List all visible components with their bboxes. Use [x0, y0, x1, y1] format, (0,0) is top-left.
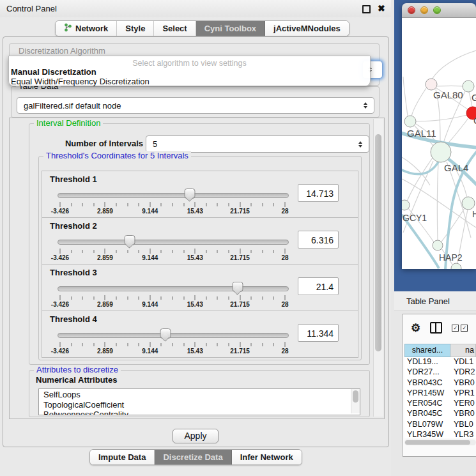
attribute-item[interactable]: SelfLoops — [43, 390, 360, 400]
tab-label: Style — [125, 24, 145, 33]
threshold-value-field[interactable]: 11.344 — [298, 324, 339, 342]
threshold-value-field[interactable]: 21.4 — [298, 277, 339, 295]
gear-icon[interactable]: ⚙ — [411, 323, 420, 334]
table-row[interactable]: YPR145W YPR1 — [404, 388, 476, 399]
network-edge[interactable] — [441, 208, 464, 242]
close-icon[interactable]: ✖ — [378, 3, 385, 13]
combo-value: 5 — [146, 139, 357, 149]
slider-tick-labels: -3.4262.8599.14415.4321.71528 — [60, 301, 285, 308]
cyni-mode-tabs: Impute DataDiscretize DataInfer Network — [89, 449, 302, 465]
network-edge[interactable] — [447, 118, 468, 145]
slider-track[interactable] — [58, 286, 289, 291]
slider-handle[interactable] — [185, 188, 196, 199]
threshold-slider[interactable]: -3.4262.8599.14415.4321.71528 — [58, 188, 288, 215]
combo-arrows-icon — [362, 102, 368, 109]
slider-ticks — [60, 249, 285, 254]
table-row[interactable]: YBR045C YBR0 — [404, 409, 476, 419]
table-row[interactable]: YBR043C YBR0 — [404, 378, 476, 388]
select-columns-icons[interactable]: ✓ ✓ — [452, 325, 468, 332]
zoom-traffic-light-icon[interactable] — [433, 6, 441, 14]
num-intervals-combobox[interactable]: 5 — [146, 135, 369, 153]
slider-handle[interactable] — [233, 282, 243, 292]
network-node[interactable] — [451, 263, 461, 269]
threshold-value-field[interactable]: 6.316 — [298, 231, 339, 249]
slider-ticks — [60, 342, 285, 347]
network-node[interactable] — [431, 142, 451, 162]
tab-label: Cyni Toolbox — [204, 24, 256, 33]
threshold-slider[interactable]: -3.4262.8599.14415.4321.71528 — [58, 328, 288, 355]
group-title: Discretization Algorithm — [19, 46, 105, 56]
scrollbar-thumb[interactable] — [375, 134, 381, 351]
threshold-slider[interactable]: -3.4262.8599.14415.4321.71528 — [58, 281, 288, 308]
table-row[interactable]: YLR345W YLR3 — [404, 430, 476, 438]
node-table[interactable]: shared... na YDL19... YDL1 YDR27... YDR2… — [404, 344, 476, 438]
algorithm-dropdown-popup: Select algorithm to view settings Manual… — [8, 56, 371, 86]
tab-select[interactable]: Select — [154, 21, 196, 36]
network-node[interactable] — [462, 197, 475, 210]
thresholds-group: Threshold's Coordinates for 5 Intervals … — [38, 156, 362, 360]
vertical-scrollbar[interactable] — [373, 119, 383, 417]
checkbox-icon[interactable]: ✓ — [452, 325, 459, 332]
network-edge[interactable] — [416, 115, 467, 121]
network-node[interactable] — [404, 116, 416, 127]
table-data-combobox[interactable]: galFiltered.sif default node — [17, 97, 374, 114]
columns-icon[interactable] — [430, 322, 442, 334]
network-window-frame: GAL80GACGAL11GAL4GCY1HHAP2 — [394, 0, 476, 291]
tab-style[interactable]: Style — [117, 21, 154, 36]
tab-label: Impute Data — [98, 452, 146, 462]
network-node[interactable] — [426, 79, 437, 90]
attribute-item[interactable]: TopologicalCoefficient — [43, 400, 360, 410]
slider-handle[interactable] — [125, 235, 135, 245]
scrollbar-thumb[interactable] — [405, 440, 470, 445]
network-node[interactable] — [433, 240, 443, 250]
attributes-list[interactable]: SelfLoopsTopologicalCoefficientBetweenne… — [38, 388, 360, 415]
table-row[interactable]: YBL079W YBL0 — [404, 420, 476, 430]
network-node-label: GA — [472, 92, 476, 103]
group-title: Threshold's Coordinates for 5 Intervals — [43, 151, 191, 160]
minimize-traffic-light-icon[interactable] — [420, 6, 428, 14]
settings-scrollpane: Interval Definition Number of Intervals … — [9, 118, 385, 419]
float-window-icon[interactable] — [362, 5, 371, 13]
control-panel: Control Panel ✖ NetworkStyleSelectCyni T… — [0, 0, 392, 476]
table-row[interactable]: YDL19... YDL1 — [404, 357, 476, 367]
horizontal-scrollbar[interactable] — [404, 440, 476, 445]
tab-cyni-toolbox[interactable]: Cyni Toolbox — [196, 21, 265, 36]
dropdown-option[interactable]: Manual Discretization — [11, 68, 370, 77]
network-edge[interactable] — [411, 88, 426, 116]
network-edge[interactable] — [437, 86, 463, 86]
tab-network[interactable]: Network — [56, 21, 117, 36]
network-canvas[interactable]: GAL80GACGAL11GAL4GCY1HHAP2 — [402, 18, 476, 269]
column-header[interactable]: shared... — [404, 344, 450, 357]
apply-button[interactable]: Apply — [173, 429, 219, 443]
table-row[interactable]: YDR27... YDR2 — [404, 367, 476, 378]
dropdown-option[interactable]: Equal Width/Frequency Discretization — [11, 77, 370, 87]
network-node-label: GCY1 — [403, 213, 427, 223]
table-row[interactable]: YER054C YER0 — [404, 399, 476, 409]
network-edge[interactable] — [403, 77, 408, 116]
column-header[interactable]: na — [450, 344, 476, 357]
network-node[interactable] — [463, 81, 474, 92]
threshold-slider[interactable]: -3.4262.8599.14415.4321.71528 — [58, 234, 288, 261]
threshold-value-field[interactable]: 14.713 — [298, 184, 339, 202]
tab-label: jActiveMNodules — [273, 24, 341, 33]
tab-discretize-data[interactable]: Discretize Data — [155, 450, 231, 464]
slider-handle[interactable] — [160, 328, 171, 339]
network-node-label: C — [473, 115, 476, 126]
slider-track[interactable] — [58, 333, 289, 338]
slider-ticks — [60, 295, 285, 300]
slider-tick-labels: -3.4262.8599.14415.4321.71528 — [60, 348, 285, 355]
slider-track[interactable] — [58, 240, 289, 245]
slider-ticks — [60, 202, 285, 207]
slider-track[interactable] — [58, 193, 289, 198]
tab-impute-data[interactable]: Impute Data — [90, 450, 155, 464]
network-edge[interactable] — [432, 50, 476, 79]
table-header-row: shared... na — [404, 344, 476, 357]
list-scrollbar[interactable] — [351, 389, 360, 413]
checkbox-icon[interactable]: ✓ — [461, 325, 468, 332]
network-node[interactable] — [402, 200, 410, 210]
cyni-toolbox-content: Discretization Algorithm Select algorith… — [3, 36, 389, 447]
attribute-item[interactable]: BetweennessCentrality — [43, 410, 360, 415]
tab-jactivemnodules[interactable]: jActiveMNodules — [265, 21, 349, 36]
tab-infer-network[interactable]: Infer Network — [232, 450, 302, 464]
close-traffic-light-icon[interactable] — [408, 6, 415, 14]
